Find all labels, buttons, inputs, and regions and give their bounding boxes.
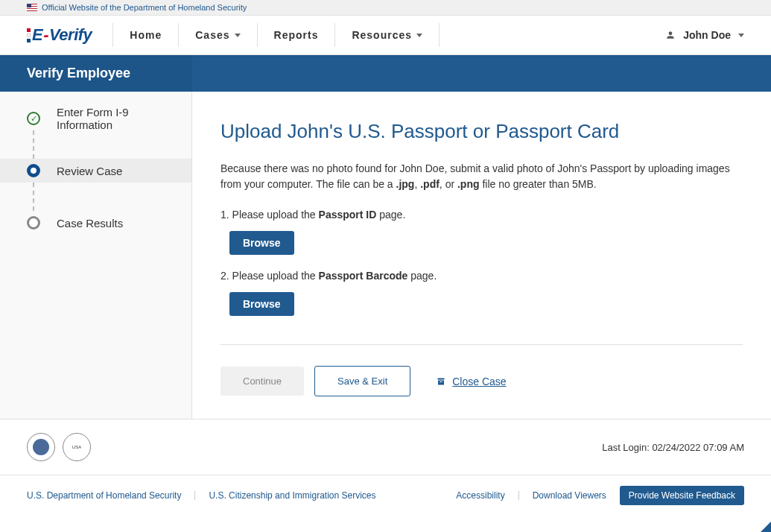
last-login-text: Last Login: 02/24/2022 07:09 AM <box>602 442 744 453</box>
everify-logo[interactable]: E - Verify <box>27 25 92 45</box>
check-circle-icon: ✓ <box>27 112 40 125</box>
save-exit-button[interactable]: Save & Exit <box>314 366 410 396</box>
caret-down-icon <box>416 34 422 37</box>
main-content: Upload John's U.S. Passport or Passport … <box>192 92 771 419</box>
gov-banner-text[interactable]: Official Website of the Department of Ho… <box>42 3 247 12</box>
browse-passport-id-button[interactable]: Browse <box>229 231 294 255</box>
divider <box>194 491 195 500</box>
user-name: John Doe <box>683 29 731 41</box>
nav-reports[interactable]: Reports <box>257 23 335 47</box>
logo-bars-icon <box>27 28 31 42</box>
caret-down-icon <box>738 34 744 37</box>
caret-down-icon <box>235 34 241 37</box>
pending-step-icon <box>27 216 40 229</box>
steps-sidebar: ✓ Enter Form I-9 Information Review Case… <box>0 92 192 419</box>
nav-resources[interactable]: Resources <box>334 23 440 47</box>
step-enter-form[interactable]: ✓ Enter Form I-9 Information <box>0 107 191 130</box>
divider <box>518 491 519 500</box>
user-menu[interactable]: John Doe <box>665 29 744 41</box>
footer-accessibility-link[interactable]: Accessibility <box>456 490 504 501</box>
archive-icon <box>436 377 446 386</box>
upload-passport-id-label: 1. Please upload the Passport ID page. <box>220 209 743 221</box>
footer-seals-row: USA Last Login: 02/24/2022 07:09 AM <box>0 419 771 475</box>
page-title-bar: Verify Employee <box>0 55 771 92</box>
ssa-seal-icon: USA <box>63 433 91 461</box>
gov-banner: Official Website of the Department of Ho… <box>0 0 771 16</box>
footer-links-row: U.S. Department of Homeland Security U.S… <box>0 475 771 516</box>
nav-home[interactable]: Home <box>112 23 178 47</box>
close-case-link[interactable]: Close Case <box>436 376 506 387</box>
current-step-icon <box>27 164 40 177</box>
continue-button[interactable]: Continue <box>220 367 304 396</box>
action-bar: Continue Save & Exit Close Case <box>220 344 743 396</box>
upload-passport-barcode-label: 2. Please upload the Passport Barcode pa… <box>220 270 743 282</box>
us-flag-icon <box>27 4 37 11</box>
footer-download-viewers-link[interactable]: Download Viewers <box>533 490 606 501</box>
page-title: Verify Employee <box>0 55 192 92</box>
main-header: E - Verify Home Cases Reports Resources … <box>0 16 771 55</box>
footer-dhs-link[interactable]: U.S. Department of Homeland Security <box>27 490 181 501</box>
user-icon <box>665 30 676 40</box>
step-connector <box>33 130 191 159</box>
main-nav: Home Cases Reports Resources <box>112 23 440 47</box>
step-case-results[interactable]: Case Results <box>0 211 191 235</box>
main-heading: Upload John's U.S. Passport or Passport … <box>220 120 743 143</box>
step-connector <box>33 183 191 211</box>
feedback-button[interactable]: Provide Website Feedback <box>620 486 744 505</box>
dhs-seal-icon <box>27 433 55 461</box>
step-review-case[interactable]: Review Case <box>0 159 191 183</box>
nav-cases[interactable]: Cases <box>178 23 256 47</box>
upload-description: Because there was no photo found for Joh… <box>220 161 743 192</box>
footer-uscis-link[interactable]: U.S. Citizenship and Immigration Service… <box>209 490 375 501</box>
browse-passport-barcode-button[interactable]: Browse <box>229 292 294 316</box>
